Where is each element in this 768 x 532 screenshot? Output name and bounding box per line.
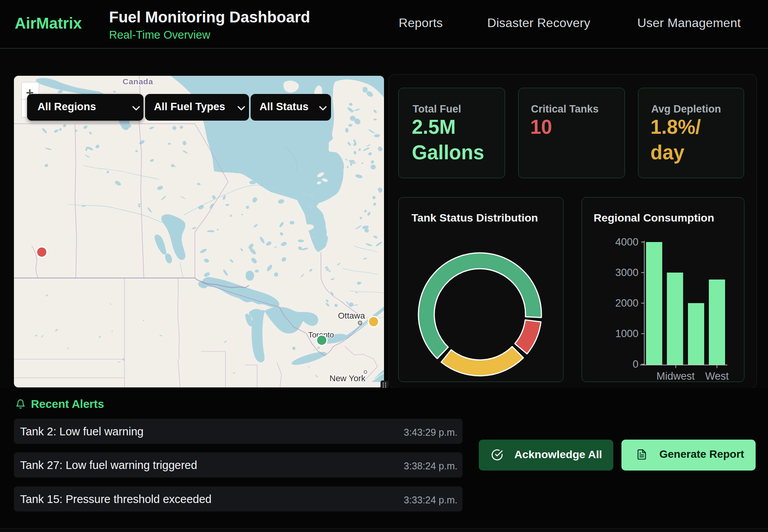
svg-text:West: West xyxy=(705,370,729,382)
svg-text:3000: 3000 xyxy=(615,267,638,278)
svg-text:4000: 4000 xyxy=(615,236,638,248)
svg-text:New York: New York xyxy=(329,373,366,383)
svg-text:0: 0 xyxy=(633,358,638,370)
svg-text:Ottawa: Ottawa xyxy=(338,311,365,321)
svg-text:2000: 2000 xyxy=(615,297,638,309)
svg-text:1000: 1000 xyxy=(615,328,638,339)
svg-text:Canada: Canada xyxy=(123,77,153,86)
svg-text:Midwest: Midwest xyxy=(656,370,695,382)
